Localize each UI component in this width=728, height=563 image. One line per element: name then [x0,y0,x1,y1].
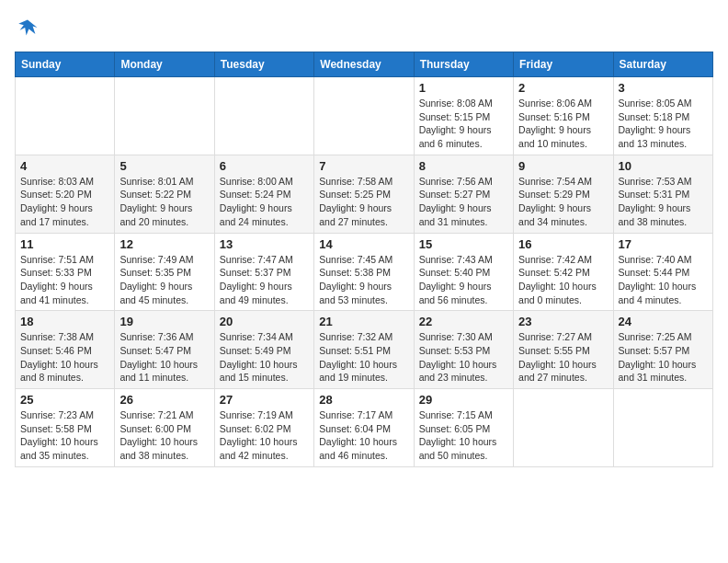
calendar-day-cell: 15Sunrise: 7:43 AMSunset: 5:40 PMDayligh… [414,233,513,311]
calendar-day-cell: 23Sunrise: 7:27 AMSunset: 5:55 PMDayligh… [514,311,613,389]
calendar-day-cell [514,389,613,467]
calendar-header-wednesday: Wednesday [314,52,414,77]
day-number: 17 [619,237,708,251]
day-number: 5 [119,159,209,173]
day-info: Sunrise: 7:34 AMSunset: 5:49 PMDaylight:… [220,330,309,385]
day-number: 22 [419,315,508,328]
calendar-day-cell: 5Sunrise: 8:01 AMSunset: 5:22 PMDaylight… [115,155,214,233]
calendar-day-cell: 28Sunrise: 7:17 AMSunset: 6:04 PMDayligh… [314,389,414,467]
day-info: Sunrise: 7:32 AMSunset: 5:51 PMDaylight:… [319,330,408,385]
calendar-day-cell [613,389,712,467]
day-number: 12 [119,237,209,251]
calendar-header-row: SundayMondayTuesdayWednesdayThursdayFrid… [16,52,713,77]
day-info: Sunrise: 7:23 AMSunset: 5:58 PMDaylight:… [20,408,109,463]
day-number: 19 [119,315,209,328]
calendar-day-cell: 26Sunrise: 7:21 AMSunset: 6:00 PMDayligh… [115,389,214,467]
calendar-day-cell: 22Sunrise: 7:30 AMSunset: 5:53 PMDayligh… [414,311,513,389]
logo-bird-icon [15,15,40,40]
day-number: 10 [619,159,708,173]
calendar-header-friday: Friday [514,52,613,77]
calendar-day-cell: 29Sunrise: 7:15 AMSunset: 6:05 PMDayligh… [414,389,513,467]
calendar-day-cell: 18Sunrise: 7:38 AMSunset: 5:46 PMDayligh… [16,311,115,389]
day-number: 13 [220,237,309,251]
day-info: Sunrise: 7:51 AMSunset: 5:33 PMDaylight:… [20,253,109,307]
calendar-header-sunday: Sunday [16,52,115,77]
day-info: Sunrise: 7:45 AMSunset: 5:38 PMDaylight:… [319,253,408,307]
day-info: Sunrise: 7:53 AMSunset: 5:31 PMDaylight:… [619,175,708,229]
calendar-day-cell: 24Sunrise: 7:25 AMSunset: 5:57 PMDayligh… [613,311,712,389]
calendar-day-cell: 20Sunrise: 7:34 AMSunset: 5:49 PMDayligh… [214,311,313,389]
calendar-header-thursday: Thursday [414,52,513,77]
day-info: Sunrise: 7:15 AMSunset: 6:05 PMDaylight:… [419,408,508,463]
day-number: 24 [619,315,708,328]
calendar-header-tuesday: Tuesday [214,52,313,77]
day-number: 16 [518,237,608,251]
day-info: Sunrise: 7:38 AMSunset: 5:46 PMDaylight:… [20,330,109,385]
day-number: 25 [20,393,109,407]
calendar-header-saturday: Saturday [613,52,712,77]
day-info: Sunrise: 7:42 AMSunset: 5:42 PMDaylight:… [518,253,608,307]
day-number: 15 [419,237,508,251]
calendar-day-cell: 7Sunrise: 7:58 AMSunset: 5:25 PMDaylight… [314,155,414,233]
day-number: 14 [319,237,408,251]
calendar-day-cell: 16Sunrise: 7:42 AMSunset: 5:42 PMDayligh… [514,233,613,311]
day-info: Sunrise: 7:40 AMSunset: 5:44 PMDaylight:… [619,253,708,307]
calendar-day-cell: 8Sunrise: 7:56 AMSunset: 5:27 PMDaylight… [414,155,513,233]
day-info: Sunrise: 7:49 AMSunset: 5:35 PMDaylight:… [119,253,209,307]
calendar-day-cell: 2Sunrise: 8:06 AMSunset: 5:16 PMDaylight… [514,77,613,155]
calendar-day-cell: 21Sunrise: 7:32 AMSunset: 5:51 PMDayligh… [314,311,414,389]
calendar-day-cell: 17Sunrise: 7:40 AMSunset: 5:44 PMDayligh… [613,233,712,311]
svg-marker-0 [18,20,37,36]
day-number: 20 [220,315,309,328]
day-info: Sunrise: 7:25 AMSunset: 5:57 PMDaylight:… [619,330,708,385]
page-header [15,15,713,40]
day-info: Sunrise: 8:00 AMSunset: 5:24 PMDaylight:… [220,175,309,229]
calendar-day-cell: 13Sunrise: 7:47 AMSunset: 5:37 PMDayligh… [214,233,313,311]
calendar-day-cell: 12Sunrise: 7:49 AMSunset: 5:35 PMDayligh… [115,233,214,311]
calendar-day-cell: 19Sunrise: 7:36 AMSunset: 5:47 PMDayligh… [115,311,214,389]
day-number: 27 [220,393,309,407]
day-number: 7 [319,159,408,173]
day-info: Sunrise: 7:19 AMSunset: 6:02 PMDaylight:… [220,408,309,463]
calendar-day-cell: 4Sunrise: 8:03 AMSunset: 5:20 PMDaylight… [16,155,115,233]
day-info: Sunrise: 7:36 AMSunset: 5:47 PMDaylight:… [119,330,209,385]
day-number: 1 [419,81,508,95]
day-number: 9 [518,159,608,173]
day-number: 23 [518,315,608,328]
calendar-week-row: 1Sunrise: 8:08 AMSunset: 5:15 PMDaylight… [16,77,713,155]
calendar-day-cell: 10Sunrise: 7:53 AMSunset: 5:31 PMDayligh… [613,155,712,233]
day-info: Sunrise: 7:27 AMSunset: 5:55 PMDaylight:… [518,330,608,385]
calendar-day-cell: 1Sunrise: 8:08 AMSunset: 5:15 PMDaylight… [414,77,513,155]
day-number: 11 [20,237,109,251]
calendar-day-cell: 25Sunrise: 7:23 AMSunset: 5:58 PMDayligh… [16,389,115,467]
day-info: Sunrise: 7:54 AMSunset: 5:29 PMDaylight:… [518,175,608,229]
calendar-table: SundayMondayTuesdayWednesdayThursdayFrid… [15,52,713,467]
day-number: 21 [319,315,408,328]
calendar-day-cell [16,77,115,155]
day-number: 29 [419,393,508,407]
day-info: Sunrise: 7:47 AMSunset: 5:37 PMDaylight:… [220,253,309,307]
calendar-day-cell: 11Sunrise: 7:51 AMSunset: 5:33 PMDayligh… [16,233,115,311]
calendar-header-monday: Monday [115,52,214,77]
day-number: 8 [419,159,508,173]
day-info: Sunrise: 8:01 AMSunset: 5:22 PMDaylight:… [119,175,209,229]
calendar-week-row: 4Sunrise: 8:03 AMSunset: 5:20 PMDaylight… [16,155,713,233]
calendar-week-row: 18Sunrise: 7:38 AMSunset: 5:46 PMDayligh… [16,311,713,389]
day-info: Sunrise: 8:06 AMSunset: 5:16 PMDaylight:… [518,97,608,151]
calendar-day-cell: 9Sunrise: 7:54 AMSunset: 5:29 PMDaylight… [514,155,613,233]
day-number: 26 [119,393,209,407]
calendar-week-row: 11Sunrise: 7:51 AMSunset: 5:33 PMDayligh… [16,233,713,311]
day-info: Sunrise: 7:43 AMSunset: 5:40 PMDaylight:… [419,253,508,307]
day-number: 28 [319,393,408,407]
day-number: 4 [20,159,109,173]
day-info: Sunrise: 7:56 AMSunset: 5:27 PMDaylight:… [419,175,508,229]
calendar-day-cell: 6Sunrise: 8:00 AMSunset: 5:24 PMDaylight… [214,155,313,233]
day-info: Sunrise: 7:21 AMSunset: 6:00 PMDaylight:… [119,408,209,463]
day-number: 18 [20,315,109,328]
day-info: Sunrise: 8:08 AMSunset: 5:15 PMDaylight:… [419,97,508,151]
day-info: Sunrise: 8:05 AMSunset: 5:18 PMDaylight:… [619,97,708,151]
day-number: 3 [619,81,708,95]
day-number: 6 [220,159,309,173]
calendar-day-cell: 14Sunrise: 7:45 AMSunset: 5:38 PMDayligh… [314,233,414,311]
calendar-day-cell [214,77,313,155]
